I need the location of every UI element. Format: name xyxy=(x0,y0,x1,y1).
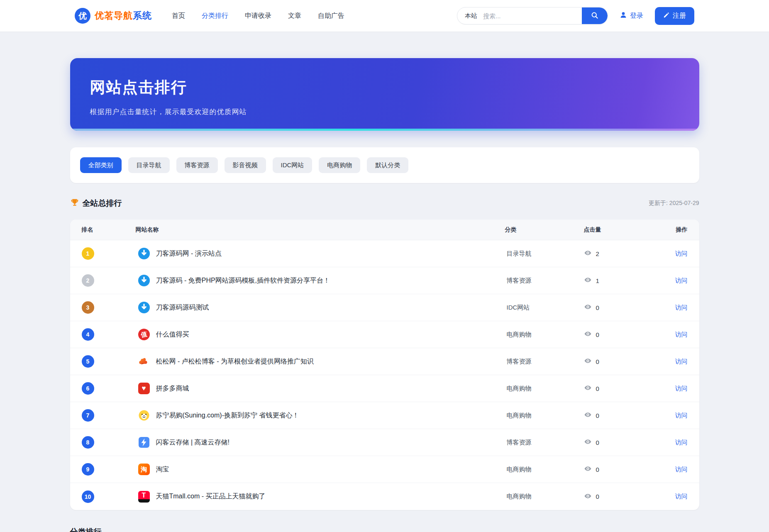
smzdm-icon: 值 xyxy=(138,329,150,340)
filter-default-category[interactable]: 默认分类 xyxy=(367,157,408,173)
nav-item-submit-site[interactable]: 申请收录 xyxy=(245,12,271,20)
pinduoduo-icon: ♥ xyxy=(138,383,150,394)
site-name-link[interactable]: 刀客源码源码测试 xyxy=(156,303,209,312)
filter-ecommerce[interactable]: 电商购物 xyxy=(319,157,360,173)
clicks-count: 0 xyxy=(596,358,599,365)
login-label: 登录 xyxy=(630,12,643,20)
table-header-row: 排名 网站名称 分类 点击量 操作 xyxy=(70,220,699,240)
taobao-icon: 淘 xyxy=(138,464,150,475)
filter-directory-nav[interactable]: 目录导航 xyxy=(128,157,170,173)
site-name-link[interactable]: 松松网 - 卢松松博客 - 为草根创业者提供网络推广知识 xyxy=(156,357,314,366)
table-row: 4 值 什么值得买 电商购物 0 访问 xyxy=(70,321,699,348)
col-header-rank: 排名 xyxy=(82,226,136,234)
nav-item-category-ranking[interactable]: 分类排行 xyxy=(202,12,228,20)
table-row: 10 T 天猫Tmall.com - 买正品上天猫就购了 电商购物 0 访问 xyxy=(70,483,699,510)
views-icon xyxy=(584,438,592,447)
clicks-count: 0 xyxy=(596,466,599,473)
site-category: 电商购物 xyxy=(505,493,584,500)
category-filter-bar: 全部类别 目录导航 博客资源 影音视频 IDC网站 电商购物 默认分类 xyxy=(70,147,699,183)
brand-secondary: 系统 xyxy=(133,10,152,21)
visit-link[interactable]: 访问 xyxy=(675,466,688,473)
search-scope-label[interactable]: 本站 xyxy=(457,12,483,20)
logo-mark-icon: 优 xyxy=(75,8,90,24)
download-icon xyxy=(138,275,150,286)
visit-link[interactable]: 访问 xyxy=(675,250,688,257)
site-name-link[interactable]: 天猫Tmall.com - 买正品上天猫就购了 xyxy=(156,492,266,501)
site-logo[interactable]: 优 优茗导航系统 xyxy=(75,8,152,24)
table-row: 1 刀客源码网 - 演示站点 目录导航 2 访问 xyxy=(70,240,699,267)
visit-link[interactable]: 访问 xyxy=(675,304,688,311)
site-category: 博客资源 xyxy=(505,439,584,447)
visit-link[interactable]: 访问 xyxy=(675,493,688,500)
table-row: 5 松松网 - 卢松松博客 - 为草根创业者提供网络推广知识 博客资源 0 访问 xyxy=(70,348,699,375)
views-icon xyxy=(584,411,592,420)
tmall-glyph: T xyxy=(138,491,150,503)
table-row: 2 刀客源码 - 免费PHP网站源码模板,插件软件资源分享平台！ 博客资源 1 … xyxy=(70,267,699,294)
page-title: 网站点击排行 xyxy=(90,77,699,98)
visit-link[interactable]: 访问 xyxy=(675,277,688,284)
table-row: 7 苏宁易购(Suning.com)-换新到苏宁 省钱更省心！ 电商购物 0 访… xyxy=(70,402,699,429)
nav-item-articles[interactable]: 文章 xyxy=(288,12,301,20)
site-name-link[interactable]: 拼多多商城 xyxy=(156,384,189,393)
col-header-action: 操作 xyxy=(671,226,688,234)
site-name-link[interactable]: 什么值得买 xyxy=(156,330,189,339)
site-category: 电商购物 xyxy=(505,331,584,339)
site-name-link[interactable]: 闪客云存储 | 高速云存储! xyxy=(156,438,230,447)
rank-badge: 1 xyxy=(82,247,94,260)
site-name-link[interactable]: 刀客源码 - 免费PHP网站源码模板,插件软件资源分享平台！ xyxy=(156,276,330,285)
visit-link[interactable]: 访问 xyxy=(675,439,688,446)
suning-icon xyxy=(138,410,150,421)
table-row: 3 刀客源码源码测试 IDC网站 0 访问 xyxy=(70,294,699,321)
heart-glyph: ♥ xyxy=(138,383,150,394)
filter-all-categories[interactable]: 全部类别 xyxy=(80,157,122,173)
download-icon xyxy=(138,248,150,259)
rank-badge: 6 xyxy=(82,382,94,395)
topbar-right: 本站 登录 注册 xyxy=(457,7,694,25)
views-icon xyxy=(584,465,592,474)
views-icon xyxy=(584,276,592,285)
views-icon xyxy=(584,492,592,501)
visit-link[interactable]: 访问 xyxy=(675,358,688,365)
site-category: 博客资源 xyxy=(505,358,584,366)
search-input[interactable] xyxy=(483,12,582,20)
views-icon xyxy=(584,330,592,339)
nav-item-home[interactable]: 首页 xyxy=(172,12,185,20)
table-row: 9 淘 淘宝 电商购物 0 访问 xyxy=(70,456,699,483)
filter-blog-resources[interactable]: 博客资源 xyxy=(176,157,218,173)
nav-item-self-ads[interactable]: 自助广告 xyxy=(318,12,344,20)
site-category: 目录导航 xyxy=(505,250,584,258)
filter-video-media[interactable]: 影音视频 xyxy=(225,157,266,173)
visit-link[interactable]: 访问 xyxy=(675,385,688,392)
col-header-clicks: 点击量 xyxy=(584,226,671,234)
rank-badge: 9 xyxy=(82,463,94,476)
page-subtitle: 根据用户点击量统计，展示最受欢迎的优质网站 xyxy=(90,107,699,117)
rank-badge: 4 xyxy=(82,328,94,341)
clicks-count: 0 xyxy=(596,493,599,500)
clicks-count: 2 xyxy=(596,250,599,257)
ranking-table: 排名 网站名称 分类 点击量 操作 1 刀客源码网 - 演示站点 目录导航 2 … xyxy=(70,220,699,510)
search-button[interactable] xyxy=(582,7,608,24)
rank-badge: 2 xyxy=(82,274,94,287)
views-icon xyxy=(584,384,592,393)
site-name-link[interactable]: 淘宝 xyxy=(156,465,169,474)
visit-link[interactable]: 访问 xyxy=(675,331,688,338)
taobao-glyph: 淘 xyxy=(138,464,150,475)
download-icon xyxy=(138,302,150,313)
category-ranking-section-title: 分类排行 xyxy=(70,527,699,532)
site-category: IDC网站 xyxy=(505,304,584,312)
site-name-link[interactable]: 苏宁易购(Suning.com)-换新到苏宁 省钱更省心！ xyxy=(156,411,299,420)
register-button[interactable]: 注册 xyxy=(655,7,694,25)
filter-idc-sites[interactable]: IDC网站 xyxy=(273,157,312,173)
squirrel-icon xyxy=(138,356,150,367)
visit-link[interactable]: 访问 xyxy=(675,412,688,419)
site-name-link[interactable]: 刀客源码网 - 演示站点 xyxy=(156,249,222,258)
login-link[interactable]: 登录 xyxy=(620,11,643,20)
section-title: 全站总排行 xyxy=(83,198,122,209)
lightning-icon xyxy=(138,437,150,448)
rank-badge: 8 xyxy=(82,436,94,449)
brand-primary: 优茗导航 xyxy=(95,10,133,21)
col-header-name: 网站名称 xyxy=(136,226,505,234)
table-row: 6 ♥ 拼多多商城 电商购物 0 访问 xyxy=(70,375,699,402)
search-box: 本站 xyxy=(457,7,608,24)
views-icon xyxy=(584,357,592,366)
